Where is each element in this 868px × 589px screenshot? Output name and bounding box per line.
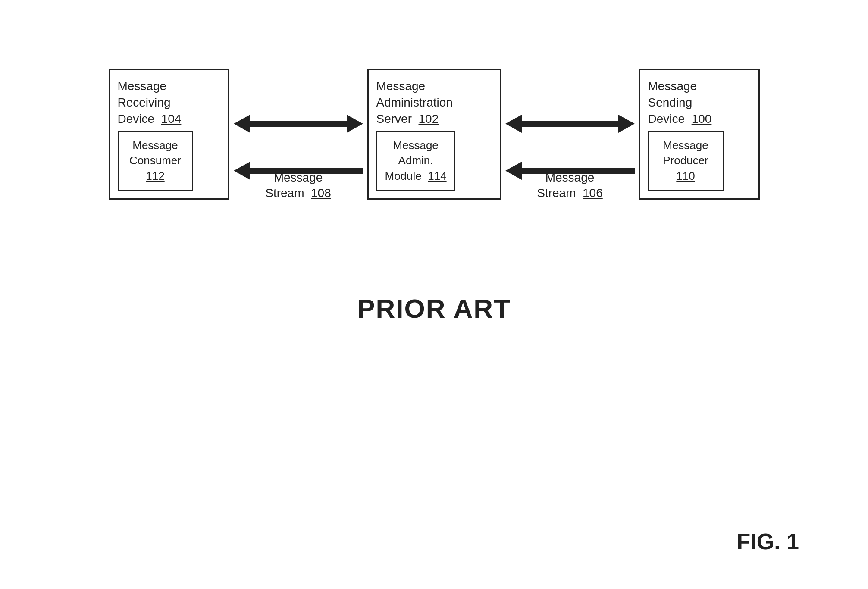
admin-server-box: MessageAdministrationServer 102 MessageA… [367, 69, 501, 200]
stream-right-label: MessageStream 106 [537, 170, 603, 201]
producer-id: 110 [676, 169, 695, 182]
prior-art-label: PRIOR ART [357, 293, 511, 324]
stream-left-label: MessageStream 108 [265, 170, 331, 201]
sending-device-id: 100 [692, 112, 712, 125]
sending-device-box: MessageSendingDevice 100 MessageProducer… [639, 69, 760, 200]
left-bidir-arrow-top [234, 112, 363, 135]
diagram-area: MessageReceivingDevice 104 MessageConsum… [0, 69, 868, 200]
right-bidir-arrow-top [505, 112, 635, 135]
producer-title: MessageProducer110 [663, 138, 708, 183]
consumer-box: MessageConsumer112 [118, 131, 193, 190]
left-top-arrow [234, 112, 363, 135]
svg-marker-2 [505, 115, 635, 133]
admin-server-title: MessageAdministrationServer 102 [376, 78, 453, 127]
right-arrow-area: MessageStream 106 [501, 112, 639, 182]
consumer-title: MessageConsumer112 [129, 138, 181, 183]
fig-label: FIG. 1 [737, 529, 799, 555]
admin-module-box: MessageAdmin.Module 114 [376, 131, 455, 190]
producer-box: MessageProducer110 [648, 131, 724, 190]
admin-module-title: MessageAdmin.Module 114 [385, 138, 447, 183]
right-top-arrow [505, 112, 635, 135]
receiving-device-id: 104 [161, 112, 182, 125]
receiving-device-box: MessageReceivingDevice 104 MessageConsum… [109, 69, 229, 200]
svg-marker-0 [234, 115, 363, 133]
admin-server-id: 102 [419, 112, 439, 125]
admin-module-id: 114 [428, 169, 446, 182]
receiving-device-title: MessageReceivingDevice 104 [118, 78, 182, 127]
sending-device-title: MessageSendingDevice 100 [648, 78, 712, 127]
consumer-id: 112 [146, 169, 164, 182]
right-bottom-arrow: MessageStream 106 [505, 159, 635, 182]
left-arrow-area: MessageStream 108 [229, 112, 367, 182]
left-bottom-arrow: MessageStream 108 [234, 159, 363, 182]
